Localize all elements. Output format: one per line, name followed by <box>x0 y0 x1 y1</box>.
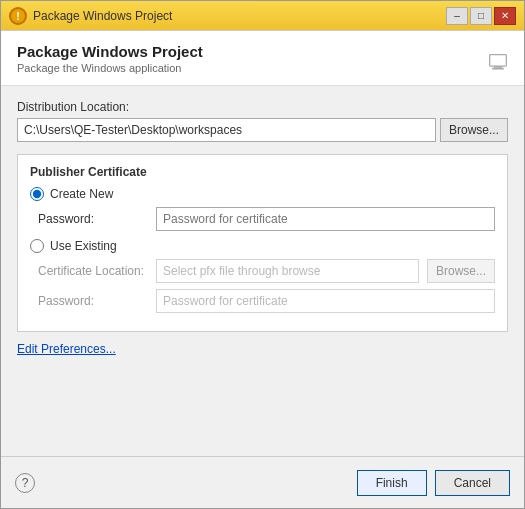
footer-buttons: Finish Cancel <box>357 470 510 496</box>
svg-rect-0 <box>490 55 507 67</box>
footer-left: ? <box>15 473 35 493</box>
window-title: Package Windows Project <box>33 9 172 23</box>
cert-location-input[interactable] <box>156 259 419 283</box>
cert-location-field: Certificate Location: Browse... <box>38 259 495 283</box>
distribution-location-section: Distribution Location: Browse... <box>17 100 508 142</box>
use-existing-password-input[interactable] <box>156 289 495 313</box>
create-new-radio[interactable] <box>30 187 44 201</box>
main-window: ! Package Windows Project – □ ✕ Package … <box>0 0 525 509</box>
dialog-header: Package Windows Project Package the Wind… <box>1 31 524 86</box>
publisher-certificate-title: Publisher Certificate <box>30 165 495 179</box>
distribution-browse-button[interactable]: Browse... <box>440 118 508 142</box>
cancel-button[interactable]: Cancel <box>435 470 510 496</box>
dialog-footer: ? Finish Cancel <box>1 456 524 508</box>
cert-location-label: Certificate Location: <box>38 264 148 278</box>
create-new-label: Create New <box>50 187 113 201</box>
publisher-certificate-section: Publisher Certificate Create New Passwor… <box>17 154 508 332</box>
title-bar-left: ! Package Windows Project <box>9 7 172 25</box>
close-button[interactable]: ✕ <box>494 7 516 25</box>
use-existing-section: Use Existing Certificate Location: Brows… <box>30 239 495 313</box>
finish-button[interactable]: Finish <box>357 470 427 496</box>
create-new-password-label: Password: <box>38 212 148 226</box>
distribution-location-row: Browse... <box>17 118 508 142</box>
dialog-subtitle: Package the Windows application <box>17 62 508 74</box>
create-new-password-input[interactable] <box>156 207 495 231</box>
app-icon: ! <box>9 7 27 25</box>
use-existing-label: Use Existing <box>50 239 117 253</box>
use-existing-password-field: Password: <box>38 289 495 313</box>
use-existing-radio[interactable] <box>30 239 44 253</box>
dialog-content: Distribution Location: Browse... Publish… <box>1 86 524 456</box>
create-new-subsection: Password: <box>38 207 495 231</box>
use-existing-subsection: Certificate Location: Browse... Password… <box>38 259 495 313</box>
cert-browse-button[interactable]: Browse... <box>427 259 495 283</box>
title-bar: ! Package Windows Project – □ ✕ <box>1 1 524 31</box>
edit-preferences-link[interactable]: Edit Preferences... <box>17 342 116 356</box>
header-icon <box>488 52 508 75</box>
create-new-password-field: Password: <box>38 207 495 231</box>
dialog-title: Package Windows Project <box>17 43 508 60</box>
help-button[interactable]: ? <box>15 473 35 493</box>
maximize-button[interactable]: □ <box>470 7 492 25</box>
use-existing-password-label: Password: <box>38 294 148 308</box>
create-new-radio-option[interactable]: Create New <box>30 187 495 201</box>
svg-rect-2 <box>492 68 504 70</box>
use-existing-radio-option[interactable]: Use Existing <box>30 239 495 253</box>
minimize-button[interactable]: – <box>446 7 468 25</box>
svg-rect-1 <box>494 66 502 68</box>
distribution-location-label: Distribution Location: <box>17 100 508 114</box>
window-controls: – □ ✕ <box>446 7 516 25</box>
distribution-location-input[interactable] <box>17 118 436 142</box>
